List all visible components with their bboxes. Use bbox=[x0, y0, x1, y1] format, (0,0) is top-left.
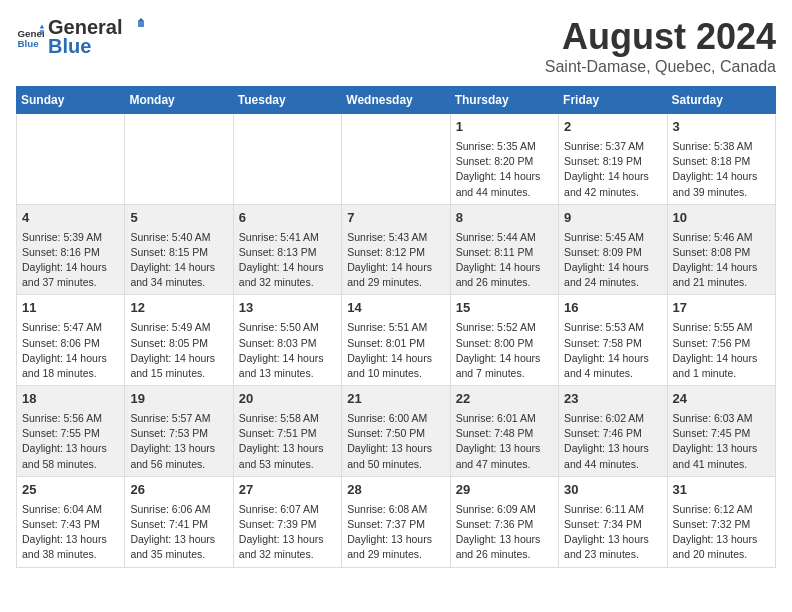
calendar-cell: 5Sunrise: 5:40 AM Sunset: 8:15 PM Daylig… bbox=[125, 204, 233, 295]
calendar-week-row: 25Sunrise: 6:04 AM Sunset: 7:43 PM Dayli… bbox=[17, 476, 776, 567]
day-info: Sunrise: 5:40 AM Sunset: 8:15 PM Dayligh… bbox=[130, 231, 215, 289]
day-number: 27 bbox=[239, 481, 336, 500]
calendar-cell: 25Sunrise: 6:04 AM Sunset: 7:43 PM Dayli… bbox=[17, 476, 125, 567]
day-info: Sunrise: 6:11 AM Sunset: 7:34 PM Dayligh… bbox=[564, 503, 649, 561]
day-number: 31 bbox=[673, 481, 770, 500]
day-number: 7 bbox=[347, 209, 444, 228]
calendar-cell: 20Sunrise: 5:58 AM Sunset: 7:51 PM Dayli… bbox=[233, 386, 341, 477]
day-number: 5 bbox=[130, 209, 227, 228]
calendar-cell bbox=[125, 114, 233, 205]
day-info: Sunrise: 6:07 AM Sunset: 7:39 PM Dayligh… bbox=[239, 503, 324, 561]
day-number: 4 bbox=[22, 209, 119, 228]
calendar-cell: 17Sunrise: 5:55 AM Sunset: 7:56 PM Dayli… bbox=[667, 295, 775, 386]
calendar-cell: 30Sunrise: 6:11 AM Sunset: 7:34 PM Dayli… bbox=[559, 476, 667, 567]
day-number: 9 bbox=[564, 209, 661, 228]
day-header-saturday: Saturday bbox=[667, 87, 775, 114]
day-info: Sunrise: 6:03 AM Sunset: 7:45 PM Dayligh… bbox=[673, 412, 758, 470]
calendar-cell: 11Sunrise: 5:47 AM Sunset: 8:06 PM Dayli… bbox=[17, 295, 125, 386]
calendar-cell: 14Sunrise: 5:51 AM Sunset: 8:01 PM Dayli… bbox=[342, 295, 450, 386]
svg-text:Blue: Blue bbox=[17, 38, 39, 49]
day-number: 18 bbox=[22, 390, 119, 409]
calendar-cell: 19Sunrise: 5:57 AM Sunset: 7:53 PM Dayli… bbox=[125, 386, 233, 477]
svg-rect-5 bbox=[138, 21, 144, 27]
calendar-week-row: 11Sunrise: 5:47 AM Sunset: 8:06 PM Dayli… bbox=[17, 295, 776, 386]
day-info: Sunrise: 5:52 AM Sunset: 8:00 PM Dayligh… bbox=[456, 321, 541, 379]
day-number: 22 bbox=[456, 390, 553, 409]
day-number: 10 bbox=[673, 209, 770, 228]
day-number: 3 bbox=[673, 118, 770, 137]
calendar-cell: 28Sunrise: 6:08 AM Sunset: 7:37 PM Dayli… bbox=[342, 476, 450, 567]
day-header-sunday: Sunday bbox=[17, 87, 125, 114]
title-section: August 2024 Saint-Damase, Quebec, Canada bbox=[545, 16, 776, 76]
day-number: 21 bbox=[347, 390, 444, 409]
calendar-cell bbox=[17, 114, 125, 205]
day-number: 28 bbox=[347, 481, 444, 500]
day-number: 25 bbox=[22, 481, 119, 500]
day-number: 2 bbox=[564, 118, 661, 137]
svg-marker-2 bbox=[40, 24, 44, 28]
day-info: Sunrise: 5:46 AM Sunset: 8:08 PM Dayligh… bbox=[673, 231, 758, 289]
calendar-cell: 23Sunrise: 6:02 AM Sunset: 7:46 PM Dayli… bbox=[559, 386, 667, 477]
day-info: Sunrise: 6:06 AM Sunset: 7:41 PM Dayligh… bbox=[130, 503, 215, 561]
calendar-table: SundayMondayTuesdayWednesdayThursdayFrid… bbox=[16, 86, 776, 568]
day-header-thursday: Thursday bbox=[450, 87, 558, 114]
day-info: Sunrise: 5:56 AM Sunset: 7:55 PM Dayligh… bbox=[22, 412, 107, 470]
calendar-cell: 12Sunrise: 5:49 AM Sunset: 8:05 PM Dayli… bbox=[125, 295, 233, 386]
logo-icon: General Blue bbox=[16, 23, 44, 51]
day-header-friday: Friday bbox=[559, 87, 667, 114]
day-header-wednesday: Wednesday bbox=[342, 87, 450, 114]
day-number: 11 bbox=[22, 299, 119, 318]
day-info: Sunrise: 5:51 AM Sunset: 8:01 PM Dayligh… bbox=[347, 321, 432, 379]
calendar-cell: 22Sunrise: 6:01 AM Sunset: 7:48 PM Dayli… bbox=[450, 386, 558, 477]
calendar-cell: 16Sunrise: 5:53 AM Sunset: 7:58 PM Dayli… bbox=[559, 295, 667, 386]
calendar-cell bbox=[233, 114, 341, 205]
calendar-cell: 13Sunrise: 5:50 AM Sunset: 8:03 PM Dayli… bbox=[233, 295, 341, 386]
calendar-cell: 4Sunrise: 5:39 AM Sunset: 8:16 PM Daylig… bbox=[17, 204, 125, 295]
day-number: 13 bbox=[239, 299, 336, 318]
calendar-cell: 31Sunrise: 6:12 AM Sunset: 7:32 PM Dayli… bbox=[667, 476, 775, 567]
day-info: Sunrise: 6:09 AM Sunset: 7:36 PM Dayligh… bbox=[456, 503, 541, 561]
logo-flag-icon bbox=[124, 17, 146, 39]
day-number: 24 bbox=[673, 390, 770, 409]
day-header-monday: Monday bbox=[125, 87, 233, 114]
day-info: Sunrise: 5:45 AM Sunset: 8:09 PM Dayligh… bbox=[564, 231, 649, 289]
day-number: 15 bbox=[456, 299, 553, 318]
calendar-cell: 29Sunrise: 6:09 AM Sunset: 7:36 PM Dayli… bbox=[450, 476, 558, 567]
day-info: Sunrise: 5:35 AM Sunset: 8:20 PM Dayligh… bbox=[456, 140, 541, 198]
day-info: Sunrise: 6:01 AM Sunset: 7:48 PM Dayligh… bbox=[456, 412, 541, 470]
calendar-cell: 21Sunrise: 6:00 AM Sunset: 7:50 PM Dayli… bbox=[342, 386, 450, 477]
svg-marker-4 bbox=[138, 18, 144, 21]
day-number: 19 bbox=[130, 390, 227, 409]
calendar-cell: 18Sunrise: 5:56 AM Sunset: 7:55 PM Dayli… bbox=[17, 386, 125, 477]
calendar-week-row: 18Sunrise: 5:56 AM Sunset: 7:55 PM Dayli… bbox=[17, 386, 776, 477]
calendar-cell: 1Sunrise: 5:35 AM Sunset: 8:20 PM Daylig… bbox=[450, 114, 558, 205]
calendar-week-row: 1Sunrise: 5:35 AM Sunset: 8:20 PM Daylig… bbox=[17, 114, 776, 205]
day-number: 23 bbox=[564, 390, 661, 409]
page-header: General Blue General Blue August 2024 Sa… bbox=[16, 16, 776, 76]
day-number: 17 bbox=[673, 299, 770, 318]
logo: General Blue General Blue bbox=[16, 16, 146, 58]
calendar-cell: 27Sunrise: 6:07 AM Sunset: 7:39 PM Dayli… bbox=[233, 476, 341, 567]
day-info: Sunrise: 5:43 AM Sunset: 8:12 PM Dayligh… bbox=[347, 231, 432, 289]
day-number: 16 bbox=[564, 299, 661, 318]
day-info: Sunrise: 5:58 AM Sunset: 7:51 PM Dayligh… bbox=[239, 412, 324, 470]
day-number: 12 bbox=[130, 299, 227, 318]
day-number: 26 bbox=[130, 481, 227, 500]
calendar-cell: 15Sunrise: 5:52 AM Sunset: 8:00 PM Dayli… bbox=[450, 295, 558, 386]
calendar-cell: 26Sunrise: 6:06 AM Sunset: 7:41 PM Dayli… bbox=[125, 476, 233, 567]
calendar-cell bbox=[342, 114, 450, 205]
calendar-cell: 8Sunrise: 5:44 AM Sunset: 8:11 PM Daylig… bbox=[450, 204, 558, 295]
day-number: 29 bbox=[456, 481, 553, 500]
day-info: Sunrise: 5:47 AM Sunset: 8:06 PM Dayligh… bbox=[22, 321, 107, 379]
day-info: Sunrise: 6:02 AM Sunset: 7:46 PM Dayligh… bbox=[564, 412, 649, 470]
day-info: Sunrise: 5:39 AM Sunset: 8:16 PM Dayligh… bbox=[22, 231, 107, 289]
calendar-cell: 6Sunrise: 5:41 AM Sunset: 8:13 PM Daylig… bbox=[233, 204, 341, 295]
day-info: Sunrise: 6:00 AM Sunset: 7:50 PM Dayligh… bbox=[347, 412, 432, 470]
day-number: 6 bbox=[239, 209, 336, 228]
header-row: SundayMondayTuesdayWednesdayThursdayFrid… bbox=[17, 87, 776, 114]
calendar-cell: 7Sunrise: 5:43 AM Sunset: 8:12 PM Daylig… bbox=[342, 204, 450, 295]
day-info: Sunrise: 5:55 AM Sunset: 7:56 PM Dayligh… bbox=[673, 321, 758, 379]
day-number: 14 bbox=[347, 299, 444, 318]
calendar-title: August 2024 bbox=[545, 16, 776, 58]
svg-marker-3 bbox=[40, 30, 44, 34]
